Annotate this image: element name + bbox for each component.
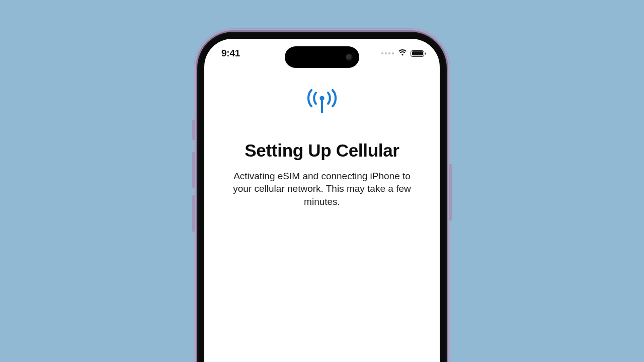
setup-content: Setting Up Cellular Activating eSIM and … <box>204 88 440 208</box>
mute-switch <box>192 120 194 139</box>
device-screen: 9:41 <box>204 39 440 362</box>
battery-icon <box>411 50 426 57</box>
power-button <box>450 165 452 220</box>
page-description: Activating eSIM and connecting iPhone to… <box>226 170 418 208</box>
cellular-signal-icon <box>381 52 394 54</box>
volume-up-button <box>192 153 194 188</box>
status-time: 9:41 <box>221 48 240 59</box>
svg-rect-1 <box>321 99 323 113</box>
cellular-antenna-icon <box>305 88 339 116</box>
wifi-icon <box>397 49 408 58</box>
front-camera-icon <box>346 54 353 61</box>
volume-down-button <box>192 196 194 231</box>
dynamic-island <box>285 46 359 68</box>
page-title: Setting Up Cellular <box>245 140 399 161</box>
phone-device-frame: 9:41 <box>194 29 450 362</box>
